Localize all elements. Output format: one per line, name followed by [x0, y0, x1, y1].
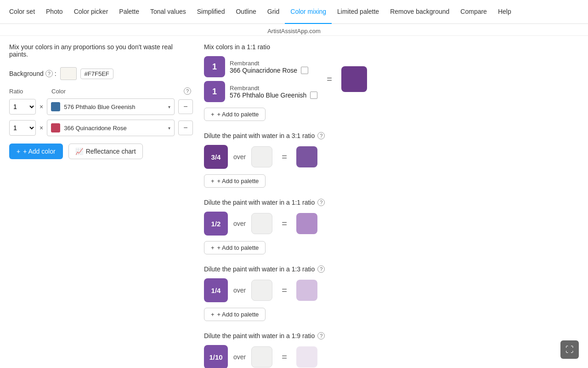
result-swatch-19	[296, 346, 317, 368]
nav-bar: Color setPhotoColor pickerPaletteTonal v…	[0, 0, 588, 24]
color-row-1: 123 × 576 Phthalo Blue Greenish ▾ −	[9, 98, 193, 115]
over-text-11: over	[233, 220, 246, 227]
dilution-19-title: Dilute the paint with water in a 1:9 rat…	[204, 332, 579, 339]
add-palette-btn-11[interactable]: + + Add to palette	[204, 108, 266, 121]
chart-icon: 📈	[75, 148, 83, 155]
mix-11-entries: 1 Rembrandt 366 Quinacridone Rose 1	[204, 56, 317, 102]
entry-brand-1: Rembrandt	[230, 60, 308, 67]
mix-entry-2: 1 Rembrandt 576 Phthalo Blue Greenish	[204, 81, 317, 102]
result-swatch-31	[296, 146, 317, 167]
mix-11-result-swatch	[341, 66, 367, 92]
ratio-select-2[interactable]: 123	[9, 120, 36, 136]
add-palette-label-31: + Add to palette	[217, 178, 259, 184]
dilution-19-section: Dilute the paint with water in a 1:9 rat…	[204, 332, 579, 368]
add-palette-plus-icon-11d: +	[211, 244, 215, 251]
color-dropdown-1[interactable]: 576 Phthalo Blue Greenish ▾	[47, 98, 175, 115]
reflectance-label: Reflectance chart	[86, 148, 136, 155]
nav-item-help[interactable]: Help	[492, 0, 517, 24]
background-help-icon[interactable]: ?	[45, 70, 53, 77]
left-panel: Mix your colors in any proportions so yo…	[9, 43, 193, 368]
mix-ratio-badge-1: 1	[204, 56, 225, 77]
nav-item-limited-palette[interactable]: Limited palette	[332, 0, 384, 24]
dropdown-arrow-1: ▾	[168, 104, 170, 109]
color-name-2: 366 Quinacridone Rose	[64, 125, 164, 132]
remove-color-2[interactable]: −	[178, 121, 193, 135]
ratio-select-1[interactable]: 123	[9, 99, 36, 115]
frac-badge-11: 1/2	[204, 212, 228, 236]
multiply-sign-2: ×	[40, 124, 43, 132]
nav-item-color-mixing[interactable]: Color mixing	[285, 0, 332, 24]
equals-31: =	[282, 152, 287, 162]
mix-11-section: Mix colors in a 1:1 ratio 1 Rembrandt 36…	[204, 43, 579, 121]
add-color-label: + Add color	[23, 148, 55, 155]
dilution-13-section: Dilute the paint with water in a 1:3 rat…	[204, 265, 579, 321]
mix-entry-1: 1 Rembrandt 366 Quinacridone Rose	[204, 56, 317, 77]
dilution-31-help-icon[interactable]: ?	[317, 132, 325, 139]
dropdown-arrow-2: ▾	[168, 126, 170, 131]
dilution-31-section: Dilute the paint with water in a 3:1 rat…	[204, 132, 579, 188]
reflectance-chart-button[interactable]: 📈 Reflectance chart	[68, 144, 143, 159]
nav-item-tonal-values[interactable]: Tonal values	[145, 0, 192, 24]
entry-checkbox-1[interactable]	[301, 67, 308, 74]
dilution-19-row: 1/10 over =	[204, 345, 579, 368]
water-swatch-13	[251, 280, 272, 301]
background-label: Background ?:	[9, 70, 57, 77]
add-palette-plus-icon-31: +	[211, 178, 215, 184]
frac-badge-31: 3/4	[204, 145, 228, 169]
frac-badge-13: 1/4	[204, 278, 228, 302]
nav-item-outline[interactable]: Outline	[230, 0, 261, 24]
entry-info-1: Rembrandt 366 Quinacridone Rose	[230, 60, 308, 74]
multiply-sign-1: ×	[40, 103, 43, 110]
add-palette-btn-31[interactable]: + + Add to palette	[204, 174, 266, 188]
action-buttons: + + Add color 📈 Reflectance chart	[9, 144, 193, 159]
entry-brand-2: Rembrandt	[230, 85, 317, 92]
nav-item-compare[interactable]: Compare	[455, 0, 492, 24]
mix-11-display: 1 Rembrandt 366 Quinacridone Rose 1	[204, 56, 579, 102]
color-name-1: 576 Phthalo Blue Greenish	[64, 104, 164, 110]
nav-item-color-picker[interactable]: Color picker	[68, 0, 114, 24]
dilution-13-row: 1/4 over =	[204, 278, 579, 302]
color-swatch-2	[51, 123, 60, 132]
intro-text: Mix your colors in any proportions so yo…	[9, 43, 193, 58]
add-palette-label-11d: + Add to palette	[217, 244, 259, 251]
water-swatch-19	[251, 346, 272, 368]
mix-ratio-badge-2: 1	[204, 81, 225, 102]
entry-name-2: 576 Phthalo Blue Greenish	[230, 92, 317, 99]
nav-item-color-set[interactable]: Color set	[4, 0, 40, 24]
dilution-11-help-icon[interactable]: ?	[317, 199, 325, 206]
result-swatch-13	[296, 280, 317, 301]
nav-item-simplified[interactable]: Simplified	[192, 0, 231, 24]
nav-item-palette[interactable]: Palette	[113, 0, 145, 24]
equals-19: =	[282, 352, 287, 362]
background-row: Background ?: #F7F5EF	[9, 67, 193, 80]
background-color-swatch[interactable]	[60, 67, 77, 80]
over-text-19: over	[233, 353, 246, 361]
entry-info-2: Rembrandt 576 Phthalo Blue Greenish	[230, 85, 317, 99]
over-text-31: over	[233, 153, 246, 161]
water-swatch-31	[251, 146, 272, 167]
dilution-31-row: 3/4 over =	[204, 145, 579, 169]
subtitle-text: ArtistAssistApp.com	[267, 28, 321, 34]
add-palette-btn-11d[interactable]: + + Add to palette	[204, 241, 266, 254]
dilution-13-title: Dilute the paint with water in a 1:3 rat…	[204, 265, 579, 273]
main-layout: Mix your colors in any proportions so yo…	[0, 36, 588, 368]
dilution-19-help-icon[interactable]: ?	[317, 332, 325, 339]
add-palette-btn-13[interactable]: + + Add to palette	[204, 308, 266, 321]
mix-11-title: Mix colors in a 1:1 ratio	[204, 43, 579, 51]
nav-item-grid[interactable]: Grid	[262, 0, 285, 24]
dilution-13-help-icon[interactable]: ?	[317, 265, 325, 273]
entry-checkbox-2[interactable]	[310, 92, 317, 99]
subtitle-bar: ArtistAssistApp.com	[0, 24, 588, 36]
nav-item-photo[interactable]: Photo	[40, 0, 68, 24]
color-swatch-1	[51, 102, 60, 111]
add-color-button[interactable]: + + Add color	[9, 144, 63, 159]
add-color-plus-icon: +	[17, 148, 20, 155]
nav-item-remove-background[interactable]: Remove background	[384, 0, 455, 24]
column-headers: Ratio Color ?	[9, 87, 193, 95]
remove-color-1[interactable]: −	[178, 99, 193, 114]
frac-badge-19: 1/10	[204, 345, 228, 368]
fullscreen-button[interactable]: ⛶	[560, 340, 579, 359]
color-dropdown-2[interactable]: 366 Quinacridone Rose ▾	[47, 120, 175, 136]
fullscreen-icon: ⛶	[565, 345, 574, 355]
color-col-help-icon[interactable]: ?	[184, 87, 191, 95]
